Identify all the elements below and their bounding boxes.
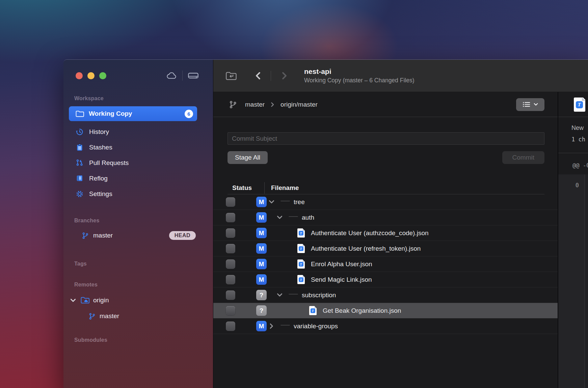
file-row-selected[interactable]: ? T Get Beak Organisation.json bbox=[213, 303, 558, 318]
sidebar-item-remote-branch-master[interactable]: master bbox=[88, 311, 213, 321]
toolbar-separator bbox=[182, 71, 183, 81]
file-row[interactable]: M T Send Magic Link.json bbox=[213, 272, 558, 287]
stage-checkbox[interactable] bbox=[226, 275, 235, 284]
drive-icon[interactable] bbox=[188, 72, 199, 80]
json-file-icon: T bbox=[309, 306, 317, 315]
file-name: Enrol Alpha User.json bbox=[311, 260, 372, 268]
folder-icon bbox=[76, 110, 84, 117]
tags-section-header: Tags bbox=[74, 261, 213, 267]
filename-column-header[interactable]: Filename bbox=[271, 184, 299, 192]
diff-change-summary: 1 ch bbox=[571, 136, 588, 143]
remote-name: origin bbox=[93, 297, 109, 304]
status-badge: M bbox=[256, 243, 267, 254]
sidebar-item-label: Settings bbox=[89, 190, 112, 198]
view-options-button[interactable] bbox=[516, 98, 544, 111]
app-window: Workspace Working Copy 6 History Stashes… bbox=[63, 59, 588, 388]
close-button[interactable] bbox=[76, 72, 83, 79]
stage-checkbox[interactable] bbox=[226, 228, 235, 238]
sidebar-item-remote-origin[interactable]: origin bbox=[70, 295, 213, 305]
stage-all-button[interactable]: Stage All bbox=[228, 151, 268, 164]
stage-checkbox[interactable] bbox=[226, 213, 235, 222]
chevron-down-icon[interactable] bbox=[70, 299, 76, 302]
folder-icon bbox=[280, 322, 290, 330]
forward-button[interactable] bbox=[282, 72, 287, 80]
chevron-down-icon[interactable] bbox=[277, 216, 283, 219]
changed-files-list: M tree M auth M bbox=[213, 194, 558, 388]
sidebar-item-working-copy[interactable]: Working Copy 6 bbox=[69, 106, 197, 121]
stage-checkbox[interactable] bbox=[226, 322, 235, 331]
diff-line-number: 0 bbox=[558, 174, 585, 388]
sidebar-item-label: Reflog bbox=[89, 175, 108, 182]
sidebar-item-reflog[interactable]: Reflog bbox=[76, 174, 213, 183]
diff-content-area bbox=[585, 174, 588, 388]
file-row-subscription[interactable]: ? subscription bbox=[213, 287, 558, 303]
file-table-header: Status Filename bbox=[228, 182, 544, 194]
zoom-button[interactable] bbox=[99, 72, 106, 79]
window-title: nest-api bbox=[304, 67, 414, 76]
back-button[interactable] bbox=[256, 72, 261, 80]
stage-checkbox[interactable] bbox=[226, 244, 235, 253]
file-row[interactable]: M T Authenticate User (authzcode_code).j… bbox=[213, 225, 558, 241]
json-file-icon: T bbox=[297, 275, 305, 284]
stage-checkbox[interactable] bbox=[226, 259, 235, 269]
remotes-section-header: Remotes bbox=[74, 282, 213, 288]
diff-gutter: 0 bbox=[558, 174, 588, 388]
status-badge: M bbox=[256, 321, 267, 331]
cloud-icon[interactable] bbox=[166, 72, 177, 80]
json-file-icon: T bbox=[297, 259, 305, 269]
file-row-tree[interactable]: M tree bbox=[213, 194, 558, 210]
chevron-right-icon[interactable] bbox=[270, 323, 273, 329]
sidebar-item-label: Stashes bbox=[89, 144, 112, 151]
file-name: subscription bbox=[302, 292, 336, 299]
breadcrumb-upstream[interactable]: origin/master bbox=[280, 101, 318, 108]
branch-breadcrumb-bar: master origin/master bbox=[213, 92, 558, 117]
column-divider[interactable] bbox=[264, 182, 265, 194]
file-name: Authenticate User (authzcode_code).json bbox=[311, 229, 429, 237]
diff-toolbar: T bbox=[558, 92, 588, 117]
sidebar-item-label: Pull Requests bbox=[89, 159, 129, 167]
file-name: auth bbox=[302, 214, 314, 221]
sidebar-item-settings[interactable]: Settings bbox=[76, 189, 213, 199]
commit-subject-input[interactable] bbox=[228, 132, 544, 145]
branch-icon bbox=[229, 101, 237, 109]
clipboard-icon bbox=[76, 143, 84, 151]
pull-request-icon bbox=[76, 159, 84, 167]
folder-icon bbox=[288, 214, 298, 222]
commit-button[interactable]: Commit bbox=[502, 151, 544, 164]
commit-zone: Stage All Commit Status Filename bbox=[213, 117, 558, 194]
titlebar: nest-api Working Copy (master – 6 Change… bbox=[213, 60, 588, 92]
sidebar-item-branch-master[interactable]: master HEAD bbox=[82, 230, 196, 241]
stage-checkbox[interactable] bbox=[226, 306, 235, 315]
workspace-section-header: Workspace bbox=[74, 95, 213, 102]
nav-separator bbox=[271, 71, 271, 81]
sidebar-item-stashes[interactable]: Stashes bbox=[76, 143, 213, 152]
minimize-button[interactable] bbox=[87, 72, 95, 79]
status-column-header[interactable]: Status bbox=[232, 184, 252, 192]
diff-panel: T New 1 ch @@ -0 0 bbox=[558, 92, 588, 388]
json-file-icon: T bbox=[297, 244, 305, 253]
file-row-auth[interactable]: M auth bbox=[213, 210, 558, 225]
chevron-down-icon[interactable] bbox=[269, 200, 274, 204]
folder-icon bbox=[288, 291, 298, 299]
stage-checkbox[interactable] bbox=[226, 290, 235, 300]
file-name: Send Magic Link.json bbox=[311, 276, 372, 283]
stage-checkbox[interactable] bbox=[226, 197, 235, 207]
file-row-variable-groups[interactable]: M variable-groups bbox=[213, 318, 558, 334]
sidebar: Workspace Working Copy 6 History Stashes… bbox=[63, 60, 213, 388]
status-badge: M bbox=[256, 212, 267, 223]
file-name: Authenticate User (refresh_token).json bbox=[311, 245, 421, 252]
breadcrumb-branch[interactable]: master bbox=[245, 101, 265, 108]
sidebar-item-pull-requests[interactable]: Pull Requests bbox=[76, 158, 213, 168]
changed-count-badge: 6 bbox=[185, 110, 193, 118]
remote-branch-name: master bbox=[100, 312, 119, 320]
branches-section-header: Branches bbox=[74, 218, 213, 224]
head-badge: HEAD bbox=[169, 231, 196, 240]
reveal-working-copy-icon[interactable] bbox=[225, 71, 237, 81]
diff-status-label: New bbox=[571, 124, 588, 132]
status-badge: M bbox=[256, 259, 267, 269]
status-badge: M bbox=[256, 274, 267, 285]
chevron-down-icon[interactable] bbox=[277, 293, 283, 297]
file-row[interactable]: M T Enrol Alpha User.json bbox=[213, 256, 558, 272]
sidebar-item-history[interactable]: History bbox=[76, 127, 213, 137]
file-row[interactable]: M T Authenticate User (refresh_token).js… bbox=[213, 241, 558, 256]
